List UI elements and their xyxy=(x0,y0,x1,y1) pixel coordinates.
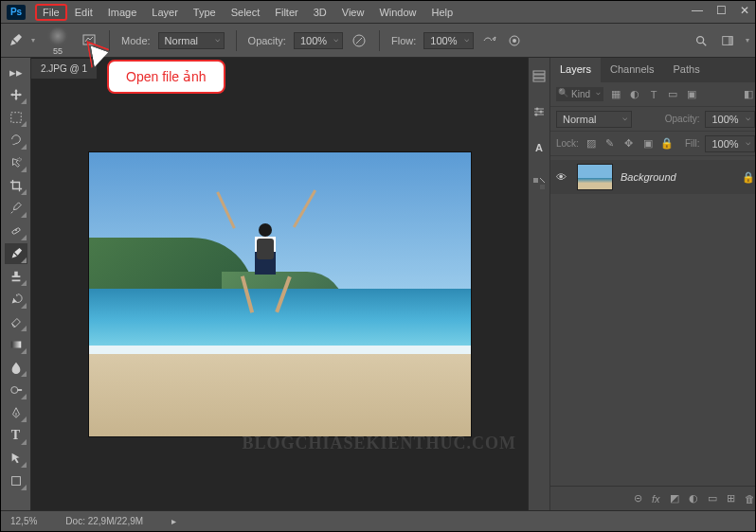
lock-paint-icon[interactable]: ✎ xyxy=(603,137,617,151)
filter-pixel-icon[interactable]: ▦ xyxy=(609,88,622,101)
search-icon[interactable] xyxy=(693,32,710,49)
menu-select[interactable]: Select xyxy=(224,4,268,21)
brush-size-value: 55 xyxy=(53,46,63,56)
annotation-callout: Open file ảnh xyxy=(107,60,225,94)
lock-row: Lock: ▨ ✎ ✥ ▣ 🔒 Fill: 100% xyxy=(550,132,756,156)
svg-rect-19 xyxy=(533,178,538,183)
layer-thumbnail[interactable] xyxy=(577,164,613,190)
layer-name[interactable]: Background xyxy=(621,171,734,183)
brush-tool-icon[interactable] xyxy=(7,32,24,49)
type-tool[interactable]: T xyxy=(5,425,27,446)
fill-select[interactable]: 100% xyxy=(705,135,754,152)
eraser-tool[interactable] xyxy=(5,311,27,332)
panel-tabs: Layers Channels Paths xyxy=(550,58,756,82)
menu-image[interactable]: Image xyxy=(100,4,145,21)
menu-filter[interactable]: Filter xyxy=(267,4,305,21)
shape-tool[interactable] xyxy=(5,470,27,491)
doc-info[interactable]: Doc: 22,9M/22,9M xyxy=(65,516,143,526)
history-panel-icon[interactable] xyxy=(529,65,549,86)
flow-select[interactable]: 100% xyxy=(423,32,473,49)
menu-help[interactable]: Help xyxy=(424,4,461,21)
lock-all-icon[interactable]: 🔒 xyxy=(660,137,674,151)
menu-3d[interactable]: 3D xyxy=(306,4,334,21)
airbrush-icon[interactable] xyxy=(481,32,498,49)
collapsed-panels: A xyxy=(529,58,550,510)
close-button[interactable]: ✕ xyxy=(740,4,749,17)
canvas-viewport[interactable]: BLOGCHIASEKIENTHUC.COM xyxy=(31,79,528,510)
crop-tool[interactable] xyxy=(5,175,27,196)
move-tool[interactable] xyxy=(5,84,27,105)
swatch-panel-icon[interactable] xyxy=(529,173,549,194)
workspace-menu-icon[interactable] xyxy=(719,32,736,49)
layers-panel-footer: ⊝ fx ◩ ◐ ▭ ⊞ 🗑 xyxy=(550,486,756,510)
tab-paths[interactable]: Paths xyxy=(664,58,710,82)
lock-artboard-icon[interactable]: ▣ xyxy=(641,137,655,151)
filter-adjust-icon[interactable]: ◐ xyxy=(628,88,641,101)
visibility-icon[interactable]: 👁 xyxy=(556,171,569,183)
layer-blend-select[interactable]: Normal xyxy=(556,111,632,128)
filter-kind-select[interactable]: Kind xyxy=(556,87,603,101)
zoom-level[interactable]: 12,5% xyxy=(10,516,37,526)
properties-panel-icon[interactable] xyxy=(529,101,549,122)
opacity-select[interactable]: 100% xyxy=(294,32,343,49)
menu-view[interactable]: View xyxy=(334,4,372,21)
blur-tool[interactable] xyxy=(5,357,27,378)
tab-channels[interactable]: Channels xyxy=(601,58,663,82)
lock-position-icon[interactable]: ✥ xyxy=(622,137,636,151)
adjustment-layer-icon[interactable]: ◐ xyxy=(689,492,698,505)
menu-file[interactable]: File xyxy=(35,4,67,21)
pressure-size-icon[interactable] xyxy=(506,32,523,49)
svg-point-17 xyxy=(540,111,543,114)
eyedropper-tool[interactable] xyxy=(5,198,27,219)
layer-opacity-select[interactable]: 100% xyxy=(705,111,754,128)
toolbox: ▸▸ T xyxy=(1,58,31,510)
marquee-tool[interactable] xyxy=(5,107,27,128)
document-tab-title: 2.JPG @ 1 xyxy=(41,63,87,74)
canvas[interactable] xyxy=(89,152,471,436)
document-tab[interactable]: 2.JPG @ 1 xyxy=(31,58,97,79)
pressure-opacity-icon[interactable] xyxy=(351,32,368,49)
layer-mask-icon[interactable]: ◩ xyxy=(670,492,679,505)
brush-tool[interactable] xyxy=(5,243,27,264)
stamp-tool[interactable] xyxy=(5,266,27,287)
filter-smart-icon[interactable]: ▣ xyxy=(685,88,698,101)
svg-rect-15 xyxy=(533,79,545,81)
path-select-tool[interactable] xyxy=(5,448,27,469)
svg-rect-14 xyxy=(533,75,545,78)
character-panel-icon[interactable]: A xyxy=(529,137,549,158)
filter-type-icon[interactable]: T xyxy=(647,88,660,101)
svg-point-16 xyxy=(536,108,539,111)
new-layer-icon[interactable]: ⊞ xyxy=(727,492,735,505)
dodge-tool[interactable] xyxy=(5,380,27,400)
menu-edit[interactable]: Edit xyxy=(67,4,100,21)
callout-text: Open file ảnh xyxy=(126,69,207,84)
quick-select-tool[interactable] xyxy=(5,152,27,173)
layer-row[interactable]: 👁 Background 🔒 xyxy=(550,160,756,194)
blend-mode-select[interactable]: Normal xyxy=(158,32,225,49)
menu-type[interactable]: Type xyxy=(186,4,224,21)
collapse-toolbox-icon[interactable]: ▸▸ xyxy=(5,62,27,82)
menu-window[interactable]: Window xyxy=(371,4,423,21)
layer-list: 👁 Background 🔒 xyxy=(550,156,756,486)
svg-point-11 xyxy=(10,387,17,394)
lock-transparent-icon[interactable]: ▨ xyxy=(585,137,598,151)
gradient-tool[interactable] xyxy=(5,334,27,355)
trash-icon[interactable]: 🗑 xyxy=(745,493,755,505)
healing-tool[interactable] xyxy=(5,221,27,241)
menu-layer[interactable]: Layer xyxy=(144,4,186,21)
group-icon[interactable]: ▭ xyxy=(708,492,717,505)
status-more-icon[interactable]: ▸ xyxy=(171,516,176,526)
brush-preview[interactable]: 55 xyxy=(43,26,73,56)
filter-shape-icon[interactable]: ▭ xyxy=(666,88,679,101)
layer-fx-icon[interactable]: fx xyxy=(652,493,660,505)
minimize-button[interactable]: — xyxy=(692,4,703,17)
lock-icon: 🔒 xyxy=(742,171,755,184)
history-brush-tool[interactable] xyxy=(5,289,27,310)
pen-tool[interactable] xyxy=(5,402,27,423)
filter-toggle-icon[interactable]: ◧ xyxy=(742,88,755,101)
tab-layers[interactable]: Layers xyxy=(550,58,601,82)
maximize-button[interactable]: ☐ xyxy=(716,4,727,17)
svg-rect-12 xyxy=(11,477,20,486)
link-layers-icon[interactable]: ⊝ xyxy=(634,492,642,505)
lasso-tool[interactable] xyxy=(5,130,27,151)
